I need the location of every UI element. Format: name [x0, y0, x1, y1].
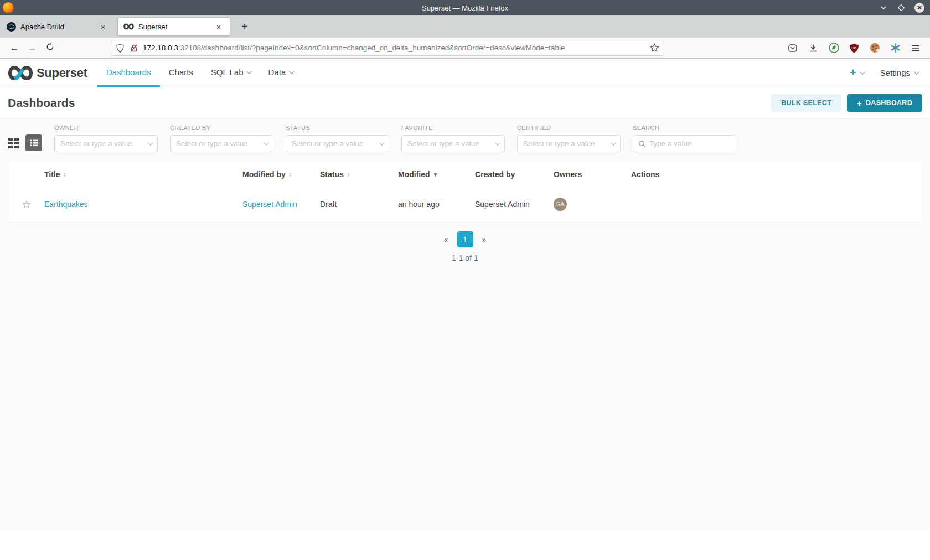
window-title: Superset — Mozilla Firefox: [0, 4, 930, 12]
url-host: 172.18.0.3: [143, 44, 178, 52]
dashboard-list-view: OWNER Select or type a value CREATED BY …: [0, 118, 930, 530]
bulk-select-button[interactable]: BULK SELECT: [771, 94, 841, 112]
browser-toolbar: ← → 172.18.0.3:32108/dashboard/list/?pag…: [0, 38, 930, 59]
filter-label: FAVORITE: [401, 125, 505, 131]
next-page-button[interactable]: »: [479, 235, 490, 244]
page-1-button[interactable]: 1: [457, 231, 473, 247]
search-icon: [638, 140, 646, 148]
nav-charts[interactable]: Charts: [160, 59, 202, 87]
nav-label: Data: [268, 68, 286, 77]
filter-search: SEARCH: [633, 125, 736, 152]
tab-superset[interactable]: Superset ×: [117, 17, 230, 36]
insecure-lock-icon[interactable]: [130, 44, 138, 53]
minimize-icon[interactable]: [879, 3, 888, 12]
sort-icon[interactable]: ▲▼: [288, 172, 292, 177]
column-modified[interactable]: Modified ▼: [398, 170, 475, 179]
owner-avatar[interactable]: SA: [554, 198, 567, 211]
tracking-shield-icon[interactable]: [116, 44, 125, 53]
column-status[interactable]: Status ▲▼: [320, 170, 398, 179]
new-item-menu[interactable]: +: [850, 66, 864, 79]
list-view-icon[interactable]: [25, 134, 42, 151]
page-header: Dashboards BULK SELECT + DASHBOARD: [0, 87, 930, 118]
url-bar[interactable]: 172.18.0.3:32108/dashboard/list/?pageInd…: [111, 40, 664, 56]
filter-bar: OWNER Select or type a value CREATED BY …: [0, 119, 930, 162]
favorite-select[interactable]: Select or type a value: [401, 135, 505, 152]
filter-label: CREATED BY: [170, 125, 273, 131]
modified-by-link[interactable]: Superset Admin: [242, 200, 297, 209]
prev-page-button[interactable]: «: [441, 235, 452, 244]
nav-data[interactable]: Data: [259, 59, 302, 87]
url-text: 172.18.0.3:32108/dashboard/list/?pageInd…: [143, 44, 565, 52]
maximize-icon[interactable]: [897, 3, 906, 12]
filter-status: STATUS Select or type a value: [286, 125, 389, 152]
sort-icon[interactable]: ▲▼: [347, 172, 350, 177]
privacy-extension-icon[interactable]: [828, 43, 839, 54]
created-by-cell: Superset Admin: [475, 200, 554, 209]
sort-icon[interactable]: ▲▼: [63, 172, 67, 177]
pocket-icon[interactable]: [787, 43, 798, 54]
chevron-down-icon: [914, 69, 919, 75]
filter-owner: OWNER Select or type a value: [54, 125, 158, 152]
chevron-down-icon: [611, 140, 616, 146]
druid-favicon: [7, 22, 16, 32]
settings-menu[interactable]: Settings: [880, 68, 918, 77]
select-placeholder: Select or type a value: [176, 139, 248, 148]
tab-apache-druid[interactable]: Apache Druid ×: [1, 17, 114, 36]
brand-name: Superset: [37, 66, 87, 80]
search-box[interactable]: [633, 135, 736, 152]
cookie-extension-icon[interactable]: [869, 43, 880, 54]
favorite-star-icon[interactable]: ☆: [22, 198, 31, 211]
reload-icon[interactable]: [41, 43, 59, 54]
chevron-down-icon: [495, 140, 500, 146]
url-path: :32108/dashboard/list/?pageIndex=0&sortC…: [178, 44, 565, 52]
new-dashboard-button[interactable]: + DASHBOARD: [847, 94, 922, 112]
filter-certified: CERTIFIED Select or type a value: [517, 125, 621, 152]
tab-label: Superset: [138, 23, 167, 31]
column-modified-by[interactable]: Modified by ▲▼: [242, 170, 320, 179]
menu-icon[interactable]: [910, 43, 921, 54]
pagination: « 1 »: [0, 231, 930, 247]
search-input[interactable]: [649, 139, 727, 148]
chevron-down-icon: [860, 69, 865, 75]
column-created-by: Created by: [475, 170, 554, 179]
nav-label: Charts: [169, 68, 193, 77]
dashboard-title-link[interactable]: Earthquakes: [44, 200, 88, 209]
table-row: ☆ Earthquakes Superset Admin Draft an ho…: [9, 186, 921, 222]
ublock-icon[interactable]: UO: [849, 43, 860, 54]
card-view-icon[interactable]: [8, 138, 19, 148]
chevron-down-icon: [148, 140, 153, 146]
chevron-down-icon: [289, 69, 294, 74]
tab-close-icon[interactable]: ×: [97, 22, 108, 32]
nav-dashboards[interactable]: Dashboards: [97, 59, 160, 87]
dashboards-table: Title ▲▼ Modified by ▲▼ Status ▲▼ Modifi…: [9, 162, 921, 222]
status-cell: Draft: [320, 200, 398, 209]
owner-select[interactable]: Select or type a value: [54, 135, 158, 152]
close-icon[interactable]: ✕: [914, 3, 924, 13]
select-placeholder: Select or type a value: [60, 139, 132, 148]
select-placeholder: Select or type a value: [523, 139, 595, 148]
tab-bar: Apache Druid × Superset × +: [0, 15, 930, 38]
superset-navbar: Superset Dashboards Charts SQL Lab Data …: [0, 59, 930, 87]
multiaccount-extension-icon[interactable]: [890, 43, 901, 54]
new-tab-button[interactable]: +: [237, 20, 252, 33]
pagination-summary: 1-1 of 1: [0, 253, 930, 262]
nav-sql-lab[interactable]: SQL Lab: [202, 59, 260, 87]
download-icon[interactable]: [808, 43, 819, 54]
superset-brand[interactable]: Superset: [8, 59, 87, 87]
window-titlebar: Superset — Mozilla Firefox ✕: [0, 0, 930, 15]
tab-close-icon[interactable]: ×: [213, 22, 224, 32]
select-placeholder: Select or type a value: [292, 139, 364, 148]
column-actions: Actions: [631, 170, 921, 179]
filter-created-by: CREATED BY Select or type a value: [170, 125, 273, 152]
status-select[interactable]: Select or type a value: [286, 135, 389, 152]
plus-icon: +: [857, 98, 862, 108]
column-title[interactable]: Title ▲▼: [44, 170, 242, 179]
sort-desc-icon[interactable]: ▼: [433, 172, 438, 178]
created-by-select[interactable]: Select or type a value: [170, 135, 273, 152]
bookmark-star-icon[interactable]: [650, 43, 659, 53]
superset-favicon: [123, 23, 134, 30]
forward-icon[interactable]: →: [23, 43, 41, 54]
filter-favorite: FAVORITE Select or type a value: [401, 125, 505, 152]
back-icon[interactable]: ←: [6, 43, 23, 54]
certified-select[interactable]: Select or type a value: [517, 135, 621, 152]
